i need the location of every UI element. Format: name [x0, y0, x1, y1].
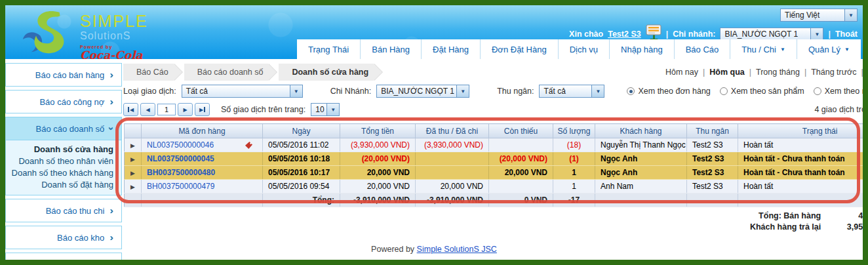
branch-filter-select[interactable]: BIA_NƯỚC NGỌT 1 ▼: [376, 85, 469, 98]
order-code-link[interactable]: BH0037500000480: [147, 168, 215, 177]
sidebar-item-4[interactable]: Báo cáo thu chi›: [5, 199, 122, 222]
order-code-wrap: NL0037500000046: [147, 140, 257, 150]
cell-total-label: Tổng:: [263, 194, 340, 207]
cell-expand: ▶: [125, 138, 142, 152]
separator: |: [703, 68, 705, 77]
order-code-link[interactable]: NL0037500000046: [147, 140, 214, 150]
per-page-select[interactable]: 10 ▼: [311, 103, 340, 116]
row-expand-icon[interactable]: ▶: [130, 142, 135, 149]
cell-customer: Anh Nam: [595, 180, 687, 194]
chevron-down-icon[interactable]: ▼: [810, 28, 823, 40]
cell-remaining: 20,000 VND: [489, 166, 553, 180]
nav-tab-7[interactable]: Báo Cáo: [674, 39, 730, 59]
breadcrumb-item-3[interactable]: Doanh số cửa hàng: [279, 64, 374, 81]
nav-tab-5[interactable]: Dịch vụ: [558, 39, 609, 59]
sidebar-item-1[interactable]: Báo cáo bán hàng›: [5, 63, 122, 87]
swan-logo-icon: [22, 8, 77, 59]
cell-order-code: NL0037500000045: [142, 152, 263, 166]
cell-paid: [416, 152, 489, 166]
column-header-cashier[interactable]: Thu ngân: [687, 124, 738, 138]
column-header-expand[interactable]: [125, 124, 142, 138]
sidebar-subitem-4[interactable]: Doanh số đặt hàng: [41, 180, 113, 190]
row-expand-icon[interactable]: ▶: [130, 184, 135, 190]
branch-value: BIA_NƯỚC NGỌT 1: [720, 30, 810, 39]
language-select[interactable]: Tiếng Việt ▼: [780, 9, 858, 22]
column-header-status[interactable]: Trạng thái: [738, 124, 863, 138]
column-header-paid[interactable]: Đã thu / Đã chi: [416, 124, 489, 138]
column-header-code[interactable]: Mã đơn hàng: [142, 124, 263, 138]
time-filter-3[interactable]: Trong tháng: [756, 68, 800, 77]
breadcrumb-item-2[interactable]: Báo cáo doanh số: [184, 64, 269, 81]
chevron-down-icon[interactable]: ▼: [591, 85, 604, 97]
breadcrumb-item-1[interactable]: Báo Cáo: [123, 64, 174, 81]
cell-status: Hoàn tất: [738, 180, 863, 194]
radio-option-2[interactable]: Xem theo sản phẩm: [720, 87, 804, 96]
sidebar-subitem-3[interactable]: Doanh số theo khách hàng: [12, 168, 113, 178]
radio-icon: [814, 87, 821, 95]
sidebar-item-label: Báo cáo thu chi: [46, 206, 105, 216]
chevron-down-icon[interactable]: ▼: [456, 85, 469, 97]
pager-prev-button[interactable]: ◀: [140, 103, 155, 116]
sidebar-subitem-1[interactable]: Doanh số cửa hàng: [34, 144, 113, 154]
column-header-customer[interactable]: Khách hàng: [595, 124, 687, 138]
tab-label: Đơn Đặt Hàng: [492, 45, 547, 54]
chevron-down-icon[interactable]: ▼: [326, 104, 339, 115]
cashier-filter-select[interactable]: Tất cả ▼: [539, 85, 604, 98]
chevron-down-icon[interactable]: ▼: [290, 85, 302, 97]
nav-tab-3[interactable]: Đặt Hàng: [421, 39, 480, 59]
order-code-wrap: NL0037500000045: [147, 154, 257, 163]
user-link[interactable]: Test2 S3: [608, 30, 641, 39]
logo-subtitle: SolutionS: [80, 31, 148, 41]
nav-tab-2[interactable]: Bán Hàng: [360, 39, 421, 59]
separator: |: [861, 68, 863, 77]
time-filter-2[interactable]: Hôm qua: [709, 68, 744, 77]
separator: |: [666, 30, 669, 39]
pager-last-button[interactable]: ▶: [195, 103, 210, 116]
column-header-total[interactable]: Tổng tiền: [340, 124, 416, 138]
chevron-right-icon: ›: [110, 259, 114, 260]
cell-total: 20,000 VND: [340, 180, 416, 194]
radio-label: Xem theo sản phẩm: [731, 87, 804, 96]
branch-select[interactable]: BIA_NƯỚC NGỌT 1 ▼: [720, 28, 823, 41]
tab-label: Nhập hàng: [621, 45, 663, 54]
time-filter-1[interactable]: Hôm nay: [665, 68, 698, 77]
chevron-down-icon[interactable]: ▼: [844, 9, 857, 21]
table-total-row: Tổng:-3,910,000 VND-3,910,000 VND0 VND-1…: [125, 194, 863, 207]
nav-tab-4[interactable]: Đơn Đặt Hàng: [480, 39, 558, 59]
cell-cashier: Test2 S3: [687, 166, 738, 180]
nav-tab-8[interactable]: Thu / Chi▼: [730, 39, 797, 59]
order-code-link[interactable]: NL0037500000045: [147, 154, 214, 163]
transaction-type-select[interactable]: Tất cả ▼: [182, 85, 303, 98]
sidebar-subitem-2[interactable]: Doanh số theo nhân viên: [18, 156, 113, 166]
pager-first-button[interactable]: ◀: [123, 103, 138, 116]
cell-remaining: (20,000 VND): [489, 152, 553, 166]
column-header-date[interactable]: Ngày: [263, 124, 340, 138]
row-expand-icon[interactable]: ▶: [130, 156, 135, 163]
page-number-input[interactable]: [157, 104, 176, 115]
cell-order-code: NL0037500000046: [142, 138, 263, 152]
time-filter-4[interactable]: Tháng trước: [811, 68, 856, 77]
app-window: SIMPLE SolutionS Powered by Coca-Cola Ti…: [5, 5, 863, 260]
logout-link[interactable]: Thoát: [835, 30, 858, 39]
footer-link[interactable]: Simple SolutionS JSC: [417, 245, 497, 254]
separator: |: [804, 68, 806, 77]
column-header-qty[interactable]: Số lượng: [553, 124, 595, 138]
nav-tab-1[interactable]: Trạng Thái: [297, 39, 360, 59]
sidebar-item-2[interactable]: Báo cáo công nợ›: [5, 90, 122, 113]
cell-quantity: 1: [553, 166, 595, 180]
cell-customer: Ngọc Anh: [595, 152, 687, 166]
cell-remaining: [489, 180, 553, 194]
chevron-right-icon: ›: [110, 232, 114, 243]
nav-tab-9[interactable]: Quản Lý▼: [797, 39, 861, 59]
radio-option-1[interactable]: Xem theo đơn hàng: [627, 87, 710, 96]
chevron-down-icon: ▼: [780, 47, 785, 52]
order-code-link[interactable]: BH0037500000479: [147, 182, 214, 191]
sidebar-item-3[interactable]: Báo cáo doanh số›: [5, 117, 122, 140]
pager-next-button[interactable]: ▶: [178, 103, 193, 116]
summary-value: 40,000 VND: [821, 211, 863, 222]
table-row-2: ▶NL003750000004505/05/2016 10:18(20,000 …: [125, 152, 863, 166]
radio-option-3[interactable]: Xem theo nhóm hàng: [814, 87, 863, 96]
column-header-remaining[interactable]: Còn thiếu: [489, 124, 553, 138]
nav-tab-6[interactable]: Nhập hàng: [609, 39, 674, 59]
row-expand-icon[interactable]: ▶: [130, 170, 135, 176]
